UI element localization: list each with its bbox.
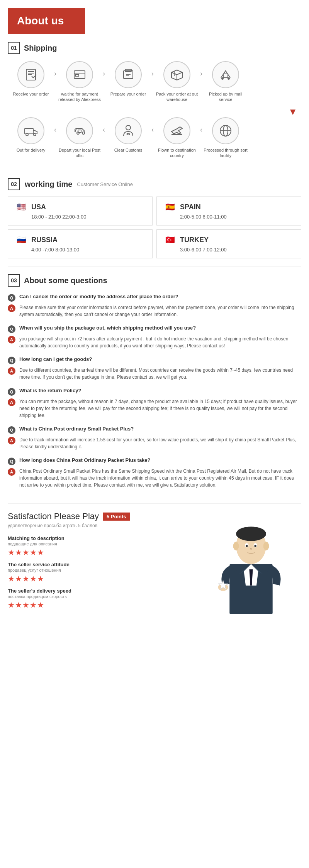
turkey-name-row: 🇹🇷 TURKEY — [164, 235, 294, 244]
localpost-label: Depart your local Post offic — [56, 147, 103, 159]
svg-rect-18 — [25, 128, 33, 134]
customs-label: Clear Customs — [114, 147, 143, 153]
faq-item-4: Q What is China Post ordinary Small Pack… — [8, 426, 301, 450]
spain-flag: 🇪🇸 — [164, 202, 176, 212]
rating-stars-0: ★★★★★ — [8, 548, 193, 557]
faq-q-2: Q How long can I get the goods? — [8, 356, 301, 364]
country-grid: 🇺🇸 USA 18:00 - 21:00 22:00-3:00 🇪🇸 SPAIN… — [8, 196, 301, 258]
svg-point-17 — [228, 78, 229, 79]
satisfaction-title-row: Satisfaction Please Play 5 Points — [8, 511, 193, 521]
faq-a-badge-2: A — [8, 367, 15, 375]
faq-q-badge-3: Q — [8, 388, 15, 396]
faq-a-text-1: you package will ship out in 72 hours af… — [19, 335, 301, 349]
flow-item-pack: Pack your order at out warehouse — [154, 61, 200, 103]
flown-label: Flown to destination country — [154, 147, 200, 159]
shipping-label: Shipping — [24, 44, 57, 53]
rating-label-0: Matching to description — [8, 535, 193, 541]
working-time-num: 02 — [8, 178, 20, 190]
russia-name-row: 🇷🇺 RUSSIA — [15, 235, 145, 244]
pickup-label: Picked up by mail service — [202, 91, 249, 103]
faq-q-text-5: How long does China Post Oridinary Packe… — [19, 457, 151, 463]
faq-a-0: A Please make sure that your order infor… — [8, 304, 301, 318]
faq-a-3: A You can return the package, without re… — [8, 398, 301, 419]
satisfaction-left: Satisfaction Please Play 5 Points удовле… — [8, 511, 193, 614]
country-card-russia: 🇷🇺 RUSSIA 4:00 -7:00 8:00-13:00 — [8, 229, 153, 258]
points-badge: 5 Points — [103, 513, 130, 521]
svg-line-12 — [177, 72, 182, 75]
russia-flag: 🇷🇺 — [15, 235, 27, 244]
flow-item-outdelivery: Out for delivery — [8, 117, 54, 153]
faq-q-badge-4: Q — [8, 426, 15, 434]
faq-a-text-4: Due to track information will increase 1… — [19, 436, 301, 450]
faq-q-0: Q Can I cancel the order or modify the a… — [8, 294, 301, 302]
rating-stars-1: ★★★★★ — [8, 574, 193, 583]
turkey-hours: 3:00-6:00 7:00-12:00 — [180, 247, 294, 253]
localpost-icon — [66, 117, 93, 144]
faq-a-1: A you package will ship out in 72 hours … — [8, 335, 301, 349]
svg-point-37 — [236, 527, 266, 541]
country-card-spain: 🇪🇸 SPAIN 2:00-5:00 6:00-11:00 — [156, 196, 301, 226]
svg-rect-15 — [223, 74, 228, 78]
spain-name-row: 🇪🇸 SPAIN — [164, 202, 294, 212]
faq-a-text-5: China Post Oridinary Small Packet Plus h… — [19, 468, 301, 489]
svg-rect-23 — [78, 130, 81, 132]
flow-item-customs: Clear Customs — [105, 117, 151, 153]
rating-label-2: The seller's delivery speed — [8, 588, 193, 594]
faq-item-1: Q When will you ship the package out, wh… — [8, 325, 301, 349]
working-time-section: 02 working time Customer Service Online … — [0, 170, 309, 266]
faq-a-badge-1: A — [8, 336, 15, 343]
russia-name: RUSSIA — [31, 236, 58, 244]
flow-item-localpost: Depart your local Post offic — [56, 117, 103, 159]
outdelivery-label: Out for delivery — [17, 147, 46, 153]
outdelivery-icon — [17, 117, 44, 144]
faq-item-5: Q How long does China Post Oridinary Pac… — [8, 457, 301, 489]
faq-q-3: Q What is the return Policy? — [8, 388, 301, 396]
svg-point-43 — [254, 545, 256, 547]
faq-q-text-4: What is China Post ordinary Small Packet… — [19, 426, 134, 432]
satisfaction-subtitle: удовлетворение просьба играть 5 баллов — [8, 523, 193, 528]
faq-a-text-3: You can return the package, without reas… — [19, 398, 301, 419]
country-card-usa: 🇺🇸 USA 18:00 - 21:00 22:00-3:00 — [8, 196, 153, 226]
usa-name-row: 🇺🇸 USA — [15, 202, 145, 212]
rating-stars-2: ★★★★★ — [8, 600, 193, 610]
country-card-turkey: 🇹🇷 TURKEY 3:00-6:00 7:00-12:00 — [156, 229, 301, 258]
faq-title-row: 03 About some questions — [8, 274, 301, 287]
person-image — [201, 511, 301, 614]
faq-a-badge-3: A — [8, 398, 15, 406]
sortfacility-icon — [212, 117, 239, 144]
usa-flag: 🇺🇸 — [15, 202, 27, 212]
shipping-title-row: 01 Shipping — [8, 42, 301, 54]
spain-hours: 2:00-5:00 6:00-11:00 — [180, 214, 294, 220]
faq-item-2: Q How long can I get the goods? A Due to… — [8, 356, 301, 381]
prepare-label: Prepare your order — [110, 91, 146, 97]
faq-a-badge-5: A — [8, 468, 15, 476]
svg-point-38 — [233, 542, 239, 550]
svg-point-19 — [26, 133, 28, 136]
svg-point-20 — [34, 133, 36, 136]
prepare-icon — [115, 61, 142, 88]
faq-q-text-0: Can I cancel the order or modify the add… — [19, 294, 178, 299]
faq-a-4: A Due to track information will increase… — [8, 436, 301, 450]
rating-sublabel-0: подщащие для описания — [8, 542, 193, 546]
faq-container: Q Can I cancel the order or modify the a… — [8, 294, 301, 489]
rating-item-2: The seller's delivery speed поставка про… — [8, 588, 193, 610]
faq-item-0: Q Can I cancel the order or modify the a… — [8, 294, 301, 318]
about-us-title: About us — [17, 15, 64, 27]
pack-label: Pack your order at out warehouse — [154, 91, 200, 103]
faq-q-text-2: How long can I get the goods? — [19, 356, 92, 362]
faq-a-2: A Due to different countries, the arriva… — [8, 367, 301, 381]
rating-item-0: Matching to description подщащие для опи… — [8, 535, 193, 557]
rating-label-1: The seller service attitude — [8, 562, 193, 567]
turkey-name: TURKEY — [180, 236, 209, 244]
turkey-flag: 🇹🇷 — [164, 235, 176, 244]
faq-q-text-3: What is the return Policy? — [19, 388, 81, 393]
faq-a-badge-0: A — [8, 304, 15, 312]
pickup-icon — [212, 61, 239, 88]
satisfaction-section: Satisfaction Please Play 5 Points удовле… — [0, 504, 309, 622]
faq-a-text-2: Due to different countries, the arrival … — [19, 367, 301, 381]
shipping-section-num: 01 — [8, 42, 20, 54]
faq-q-5: Q How long does China Post Oridinary Pac… — [8, 457, 301, 465]
working-time-title-row: 02 working time Customer Service Online — [8, 178, 301, 190]
pack-icon — [163, 61, 190, 88]
usa-hours: 18:00 - 21:00 22:00-3:00 — [31, 214, 145, 220]
